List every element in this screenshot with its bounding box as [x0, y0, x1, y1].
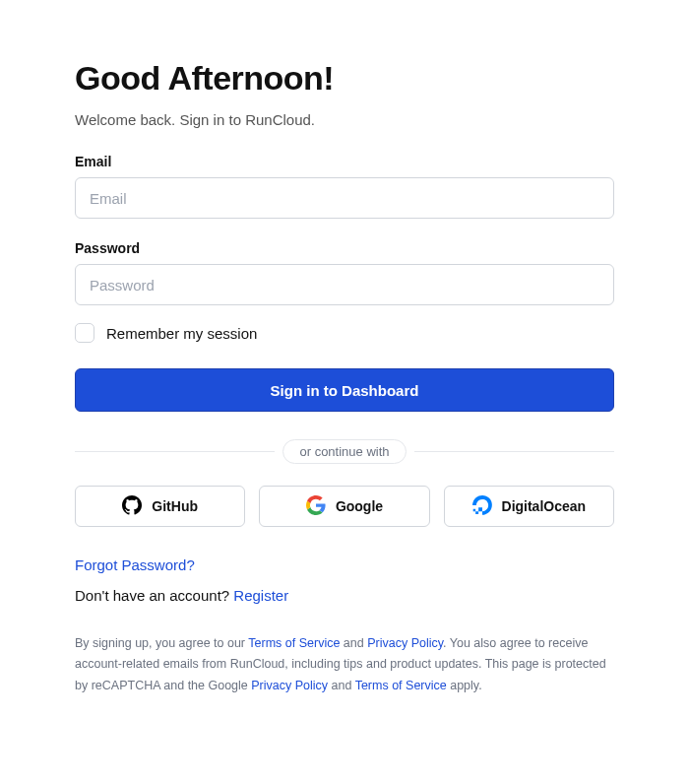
legal-part2: and — [340, 636, 367, 650]
email-label: Email — [75, 154, 614, 169]
remember-label: Remember my session — [106, 325, 257, 342]
legal-part4: and — [328, 679, 355, 692]
google-privacy-link[interactable]: Privacy Policy — [251, 679, 328, 692]
legal-text: By signing up, you agree to our Terms of… — [75, 633, 614, 696]
divider: or continue with — [75, 439, 614, 464]
digitalocean-icon — [472, 495, 492, 518]
tos-link[interactable]: Terms of Service — [248, 636, 340, 650]
page-subtitle: Welcome back. Sign in to RunCloud. — [75, 111, 614, 128]
divider-text: or continue with — [282, 439, 406, 464]
privacy-link[interactable]: Privacy Policy — [367, 636, 443, 650]
google-label: Google — [336, 498, 383, 514]
divider-line-right — [414, 451, 614, 452]
password-field[interactable] — [75, 264, 614, 305]
github-icon — [122, 495, 142, 518]
google-tos-link[interactable]: Terms of Service — [355, 679, 447, 692]
email-field[interactable] — [75, 177, 614, 219]
forgot-password-link[interactable]: Forgot Password? — [75, 556, 195, 573]
digitalocean-label: DigitalOcean — [502, 498, 587, 514]
google-icon — [306, 495, 326, 518]
divider-line-left — [75, 451, 275, 452]
github-button[interactable]: GitHub — [75, 486, 245, 527]
legal-part1: By signing up, you agree to our — [75, 636, 248, 650]
page-title: Good Afternoon! — [75, 59, 614, 98]
github-label: GitHub — [152, 498, 198, 514]
digitalocean-button[interactable]: DigitalOcean — [444, 486, 614, 527]
google-button[interactable]: Google — [259, 486, 429, 527]
signin-button[interactable]: Sign in to Dashboard — [75, 368, 614, 412]
register-prompt: Don't have an account? — [75, 587, 233, 604]
register-link[interactable]: Register — [233, 587, 288, 604]
legal-part5: apply. — [447, 679, 482, 692]
password-label: Password — [75, 240, 614, 256]
remember-checkbox[interactable] — [75, 323, 94, 343]
register-row: Don't have an account? Register — [75, 587, 614, 604]
